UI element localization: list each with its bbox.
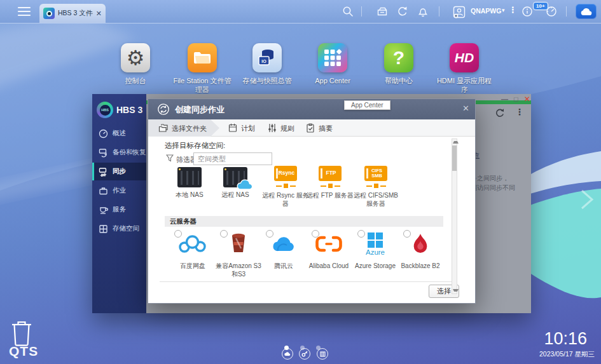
sidebar-item-services[interactable]: 服务 — [92, 201, 146, 219]
maximize-icon[interactable]: □ — [514, 95, 518, 104]
step-label[interactable]: 摘要 — [319, 124, 333, 133]
gear-icon: ⚙ — [127, 46, 145, 70]
desktop-icon-control-panel[interactable]: ⚙ 控制台 — [105, 43, 166, 85]
sidebar-item-storage-spaces[interactable]: 存储空间 — [92, 220, 146, 238]
storage-option-local-nas[interactable]: 本地 NAS — [165, 165, 214, 199]
taskbar-divider — [361, 6, 362, 17]
step-label[interactable]: 选择文件夹 — [172, 124, 207, 133]
cifs-smb-server-icon: CIFS SMB — [362, 166, 390, 188]
storage-option-label: 远程 FTP 服务器 — [305, 191, 355, 199]
desktop-icon-app-center[interactable]: App Center — [302, 43, 363, 85]
scroll-up-arrow[interactable] — [453, 141, 459, 144]
summary-step-icon[interactable] — [306, 123, 315, 133]
minimize-icon[interactable]: — — [501, 95, 508, 104]
step-label[interactable]: 计划 — [241, 124, 255, 133]
main-menu-icon[interactable] — [17, 6, 31, 17]
background-tasks-icon[interactable] — [376, 6, 388, 17]
quick-access-key-icon[interactable] — [299, 348, 310, 360]
cloud-option-baidu[interactable]: 百度网盘 — [170, 230, 216, 270]
cloud-option-label: 百度网盘 — [170, 262, 216, 270]
hbs3-sidebar: HBS HBS 3 概述 备份和恢复 同步 作业 服务 存储空间 — [92, 94, 146, 313]
desktop-icon-hdmi-display[interactable]: HD HDMI 显示应用程序 — [434, 43, 495, 95]
services-icon — [99, 205, 108, 215]
footer-divider — [160, 281, 452, 282]
cloud-option-amazon-s3[interactable]: 兼容Amazon S3 和S3 — [216, 230, 261, 278]
folders-step-icon[interactable] — [158, 123, 169, 133]
azure-logo-icon — [368, 233, 383, 248]
scrollbar-thumb[interactable] — [452, 145, 457, 171]
disks-camera-icon: IO — [257, 48, 277, 67]
hbs3-app-icon — [43, 8, 55, 19]
desktop-icon-storage-snapshots[interactable]: IO 存储与快照总管 — [237, 43, 298, 85]
cloud-option-label: Azure Storage — [352, 262, 398, 270]
sidebar-item-jobs[interactable]: 作业 — [92, 182, 146, 199]
window-close-icon[interactable]: ✕ — [524, 95, 530, 104]
scroll-down-arrow[interactable] — [453, 289, 459, 292]
cloud-option-alibaba[interactable]: Alibaba Cloud — [306, 230, 352, 270]
page-more-menu-icon[interactable]: ⋮ — [515, 107, 524, 117]
sync-icon — [99, 167, 108, 177]
user-name[interactable]: QNAPWG — [471, 7, 501, 15]
cloud-option-label: 腾讯云 — [261, 262, 307, 270]
qts-logo: QTS — [9, 344, 38, 359]
sidebar-item-sync[interactable]: 同步 — [92, 163, 146, 180]
desktop-icon-help-center[interactable]: ? 帮助中心 — [368, 43, 429, 85]
storage-option-rsync-server[interactable]: Rsync 远程 Rsync 服务器 — [261, 165, 310, 208]
rules-step-icon[interactable] — [268, 123, 277, 133]
hd-logo: HD — [455, 50, 474, 65]
user-menu-caret-icon[interactable]: ▾ — [502, 7, 505, 13]
cloud-option-azure[interactable]: Azure Azure Storage — [352, 230, 398, 270]
more-menu-icon[interactable]: ⋮ — [509, 5, 517, 15]
taskbar-divider — [566, 6, 567, 17]
schedule-step-icon[interactable] — [228, 123, 237, 133]
desktop-icon-label: 帮助中心 — [368, 76, 429, 85]
refresh-icon[interactable] — [397, 6, 408, 17]
storage-option-ftp-server[interactable]: FTP 远程 FTP 服务器 — [305, 165, 355, 199]
storage-option-remote-nas[interactable]: 远程 NAS — [211, 165, 260, 199]
dashboard-shortcut-icon[interactable] — [317, 348, 328, 360]
storage-option-label: 远程 NAS — [211, 191, 260, 199]
clock-date[interactable]: 2023/05/17 星期三 — [539, 350, 595, 359]
taskbar-divider — [439, 6, 439, 17]
create-sync-job-dialog: 创建同步作业 ✕ App Center 选择文件夹 计划 规则 摘要 选择目标存… — [148, 98, 476, 304]
sidebar-item-overview[interactable]: 概述 — [92, 125, 146, 142]
question-mark-icon: ? — [393, 47, 404, 69]
cloud-option-label: 兼容Amazon S3 和S3 — [216, 262, 261, 278]
sidebar-item-label: 同步 — [113, 167, 126, 176]
hbs3-logo: HBS — [97, 102, 113, 118]
filter-funnel-icon — [166, 154, 174, 162]
dialog-scrollbar[interactable] — [452, 138, 457, 294]
space-type-filter-input[interactable] — [193, 152, 272, 165]
search-icon[interactable] — [342, 6, 354, 17]
azure-wordmark: Azure — [366, 248, 385, 256]
storage-option-cifs-smb-server[interactable]: CIFS SMB 远程 CIFS/SMB 服务器 — [351, 165, 401, 208]
tab-close-icon[interactable]: ✕ — [96, 10, 102, 18]
cloud-services-section-header: 云服务器 — [165, 216, 443, 227]
sidebar-item-backup-restore[interactable]: 备份和恢复 — [92, 144, 146, 161]
local-nas-icon — [177, 167, 202, 187]
step-label[interactable]: 规则 — [280, 124, 294, 133]
sync-job-icon — [157, 103, 170, 116]
app-tab-hbs3[interactable]: HBS 3 文件备份 ✕ — [39, 4, 106, 23]
app-grid-icon — [324, 49, 342, 67]
cloud-option-backblaze[interactable]: Backblaze B2 — [397, 230, 443, 270]
sidebar-item-label: 备份和恢复 — [113, 148, 146, 157]
page-refresh-icon[interactable] — [495, 108, 505, 118]
cloud-option-label: Alibaba Cloud — [306, 262, 352, 270]
alibaba-cloud-icon — [314, 235, 343, 253]
overview-icon — [99, 129, 108, 138]
clock-time[interactable]: 10:16 — [544, 329, 587, 349]
notifications-bell-icon[interactable] — [417, 6, 429, 17]
backup-restore-icon — [99, 148, 108, 158]
storage-spaces-icon — [99, 224, 108, 234]
notification-count-badge: 10+ — [533, 2, 548, 10]
rsync-server-icon: Rsync — [272, 166, 300, 188]
cloud-shortcut-icon[interactable] — [282, 348, 293, 360]
user-avatar-icon[interactable] — [453, 6, 466, 18]
desktop-icon-file-station[interactable]: File Station 文件管理器 — [172, 43, 233, 95]
cloud-option-tencent[interactable]: 腾讯云 — [261, 230, 307, 270]
myqnapcloud-button[interactable] — [576, 4, 597, 19]
dialog-close-icon[interactable]: ✕ — [462, 104, 469, 113]
storage-option-label: 远程 CIFS/SMB 服务器 — [351, 191, 401, 208]
system-info-icon[interactable] — [522, 6, 533, 17]
